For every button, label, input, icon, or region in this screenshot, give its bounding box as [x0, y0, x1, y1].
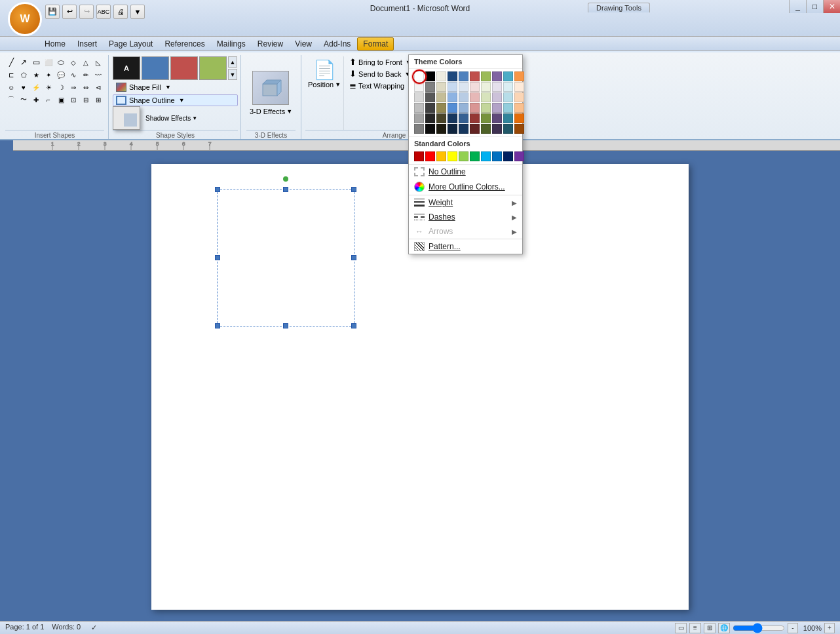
- theme-color-cell[interactable]: [436, 124, 446, 134]
- standard-color-cell[interactable]: [514, 151, 524, 161]
- theme-color-cell[interactable]: [470, 124, 480, 134]
- shadow-effects-btn[interactable]: Shadow Effects▼: [143, 113, 238, 123]
- theme-color-cell[interactable]: [425, 92, 435, 102]
- swatch-scroll-up[interactable]: ▲: [228, 56, 237, 68]
- office-button[interactable]: W: [8, 2, 42, 36]
- theme-color-cell[interactable]: [436, 113, 446, 123]
- theme-color-cell[interactable]: [459, 82, 468, 92]
- theme-color-cell[interactable]: [448, 124, 457, 134]
- zoom-out-btn[interactable]: -: [788, 623, 798, 633]
- shape-moon-btn[interactable]: ☽: [55, 81, 67, 93]
- handle-ml[interactable]: [215, 255, 220, 260]
- shape-callout-btn[interactable]: 💬: [55, 69, 67, 81]
- shape-block-arrow-btn[interactable]: ⇒: [67, 81, 79, 93]
- theme-color-cell[interactable]: [481, 124, 491, 134]
- theme-color-cell[interactable]: [459, 113, 468, 123]
- theme-color-cell[interactable]: [492, 113, 502, 123]
- theme-color-cell[interactable]: [470, 113, 480, 123]
- view-layout-btn[interactable]: ⊞: [704, 623, 716, 633]
- theme-color-cell[interactable]: [414, 124, 424, 134]
- standard-color-cell[interactable]: [481, 151, 491, 161]
- handle-bl[interactable]: [215, 323, 220, 328]
- theme-color-cell[interactable]: [414, 103, 424, 113]
- theme-color-cell[interactable]: [503, 113, 513, 123]
- theme-color-cell[interactable]: [425, 82, 435, 92]
- shape-rect-btn[interactable]: ▭: [30, 56, 42, 68]
- standard-color-cell[interactable]: [425, 151, 435, 161]
- spell-check-icon[interactable]: ✓: [88, 623, 99, 633]
- handle-br[interactable]: [351, 323, 356, 328]
- theme-color-cell[interactable]: [414, 82, 424, 92]
- theme-color-cell[interactable]: [459, 103, 468, 113]
- shape-sun-btn[interactable]: ☀: [43, 81, 54, 93]
- send-to-back-btn[interactable]: ⬇ Send to Back ▼: [347, 68, 413, 79]
- standard-color-cell[interactable]: [503, 151, 513, 161]
- theme-color-cell[interactable]: [436, 103, 446, 113]
- shape-textbox-btn[interactable]: ⊡: [67, 94, 79, 106]
- theme-color-cell[interactable]: [481, 113, 491, 123]
- theme-color-cell[interactable]: [448, 103, 457, 113]
- theme-color-cell[interactable]: [481, 82, 491, 92]
- theme-color-cell[interactable]: [425, 103, 435, 113]
- view-web-btn[interactable]: 🌐: [718, 623, 730, 633]
- menu-format[interactable]: Format: [357, 37, 394, 50]
- menu-references[interactable]: References: [159, 38, 210, 50]
- shape-star-btn[interactable]: ★: [30, 69, 42, 81]
- three-d-effects-btn[interactable]: 3-D Effects ▼: [250, 108, 292, 115]
- no-outline-item[interactable]: No Outline: [409, 165, 522, 179]
- theme-color-cell[interactable]: [425, 124, 435, 134]
- theme-color-cell[interactable]: [448, 113, 457, 123]
- close-btn[interactable]: ✕: [823, 0, 840, 13]
- theme-color-cell[interactable]: [470, 92, 480, 102]
- theme-color-cell[interactable]: [503, 124, 513, 134]
- menu-home[interactable]: Home: [39, 38, 71, 50]
- spell-btn[interactable]: ABC: [96, 5, 111, 19]
- shape-rounded-rect-btn[interactable]: ⬜: [43, 56, 54, 68]
- theme-color-cell[interactable]: [459, 71, 468, 81]
- theme-color-cell[interactable]: [448, 92, 457, 102]
- maximize-btn[interactable]: □: [806, 0, 823, 13]
- theme-color-cell[interactable]: [514, 113, 524, 123]
- theme-color-cell[interactable]: [459, 92, 468, 102]
- dashes-item[interactable]: Dashes ▶: [409, 210, 522, 224]
- shape-lightning-btn[interactable]: ⚡: [30, 81, 42, 93]
- theme-color-cell[interactable]: [425, 71, 435, 81]
- shape-extra1-btn[interactable]: ⊟: [80, 94, 92, 106]
- theme-color-cell[interactable]: [514, 103, 524, 113]
- shape-doublearrow-btn[interactable]: ⇔: [80, 81, 92, 93]
- selected-shape[interactable]: [217, 189, 354, 327]
- bring-to-front-btn[interactable]: ⬆ Bring to Front ▼: [347, 56, 414, 68]
- theme-color-cell[interactable]: [492, 82, 502, 92]
- shape-chevron-btn[interactable]: ⊏: [5, 69, 17, 81]
- theme-color-cell[interactable]: [514, 124, 524, 134]
- shape-curve-btn[interactable]: ∿: [67, 69, 79, 81]
- shape-line-btn[interactable]: ╱: [5, 56, 17, 68]
- standard-color-cell[interactable]: [448, 151, 457, 161]
- handle-tc[interactable]: [283, 187, 288, 192]
- standard-color-cell[interactable]: [492, 151, 502, 161]
- shape-starburst-btn[interactable]: ✦: [43, 69, 54, 81]
- theme-color-cell[interactable]: [470, 82, 480, 92]
- swatch-3[interactable]: [170, 56, 198, 80]
- shape-outline-btn[interactable]: Shape Outline ▼: [113, 94, 238, 106]
- shape-frame-btn[interactable]: ▣: [55, 94, 67, 106]
- shape-arrow-btn[interactable]: ↗: [18, 56, 29, 68]
- redo-btn[interactable]: ↪: [79, 5, 94, 19]
- handle-tr[interactable]: [351, 187, 356, 192]
- theme-color-cell[interactable]: [492, 103, 502, 113]
- shape-extra2-btn[interactable]: ⊞: [92, 94, 104, 106]
- rotation-handle[interactable]: [283, 176, 288, 182]
- more-outline-colors-item[interactable]: More Outline Colors...: [409, 179, 522, 195]
- shape-scribble-btn[interactable]: 〰: [92, 69, 104, 81]
- theme-color-cell[interactable]: [436, 82, 446, 92]
- swatch-4[interactable]: [199, 56, 227, 80]
- theme-color-cell[interactable]: [425, 113, 435, 123]
- standard-color-cell[interactable]: [459, 151, 468, 161]
- theme-color-cell[interactable]: [414, 113, 424, 123]
- minimize-btn[interactable]: _: [789, 0, 806, 13]
- menu-page-layout[interactable]: Page Layout: [104, 38, 158, 50]
- zoom-in-btn[interactable]: +: [824, 623, 835, 633]
- theme-color-cell[interactable]: [481, 103, 491, 113]
- shape-circle-btn[interactable]: ⬭: [55, 56, 67, 68]
- theme-color-cell[interactable]: [492, 71, 502, 81]
